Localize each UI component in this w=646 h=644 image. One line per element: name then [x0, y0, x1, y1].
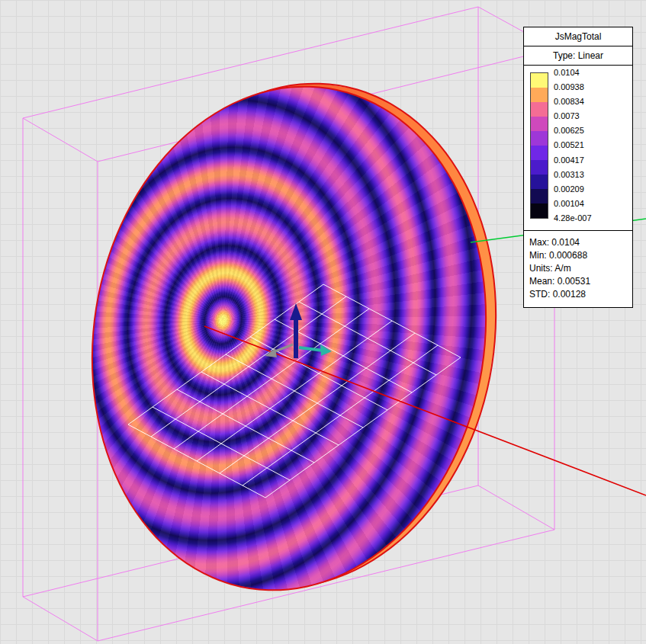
legend-scale-area: 0.0104 0.00938 0.00834 0.0073 0.00625 0.…	[524, 66, 632, 230]
grid-plane-line	[128, 425, 265, 498]
legend-color-bar	[530, 72, 548, 219]
x-axis-arrow	[273, 344, 293, 352]
legend-scale-label: 0.00417	[554, 156, 592, 165]
z-axis-arrowhead	[290, 303, 302, 320]
legend-color-band	[531, 117, 548, 131]
legend-stat-mean: Mean: 0.00531	[529, 275, 628, 288]
legend-color-band	[531, 160, 548, 175]
legend-stats: Max: 0.0104 Min: 0.000688 Units: A/m Mea…	[524, 230, 632, 307]
3d-modeler-viewport[interactable]: JsMagTotal Type: Linear 0.0104 0.00938 0…	[0, 0, 646, 644]
legend-scale-label: 0.00938	[554, 83, 592, 91]
legend-color-band	[531, 102, 548, 117]
legend-scale-label: 4.28e-007	[554, 214, 592, 223]
legend-stat-min: Min: 0.000688	[529, 249, 628, 262]
grid-plane-line	[299, 302, 436, 375]
field-plot-legend[interactable]: JsMagTotal Type: Linear 0.0104 0.00938 0…	[523, 27, 633, 308]
legend-scale-labels: 0.0104 0.00938 0.00834 0.0073 0.00625 0.…	[554, 69, 592, 223]
grid-plane-line	[250, 337, 387, 410]
legend-stat-max: Max: 0.0104	[529, 236, 628, 249]
legend-scale-label: 0.00313	[554, 171, 592, 179]
legend-title: JsMagTotal	[524, 27, 632, 46]
legend-stat-units: Units: A/m	[529, 262, 628, 275]
y-axis-arrow	[299, 348, 323, 351]
grid-plane-line	[323, 284, 461, 357]
legend-scale-label: 0.0104	[554, 69, 592, 77]
legend-color-band	[531, 189, 548, 203]
legend-scale-label: 0.00104	[554, 200, 592, 208]
legend-scale-type: Type: Linear	[524, 46, 632, 66]
legend-color-band	[531, 131, 548, 146]
origin-triad	[265, 303, 332, 358]
legend-color-band	[531, 73, 548, 88]
y-axis-arrowhead	[320, 344, 332, 356]
grid-plane-line	[201, 372, 339, 445]
legend-color-band	[531, 146, 548, 160]
grid-plane-line	[226, 354, 363, 428]
legend-scale-label: 0.00834	[554, 98, 592, 106]
legend-color-band	[531, 88, 548, 102]
legend-scale-label: 0.00521	[554, 141, 592, 149]
grid-plane-line	[177, 389, 314, 463]
legend-color-band	[531, 175, 548, 189]
grid-plane-line	[153, 407, 290, 480]
legend-scale-label: 0.0073	[554, 112, 592, 120]
legend-scale-label: 0.00625	[554, 127, 592, 135]
legend-scale-label: 0.00209	[554, 185, 592, 194]
legend-stat-std: STD: 0.00128	[529, 288, 628, 301]
legend-color-band	[531, 203, 548, 218]
